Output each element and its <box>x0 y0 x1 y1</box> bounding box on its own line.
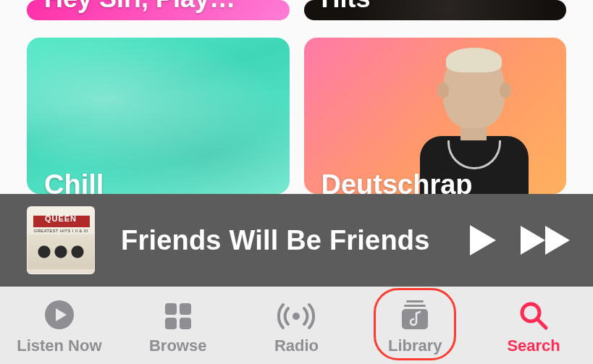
play-button[interactable] <box>468 224 497 257</box>
svg-line-10 <box>538 320 546 328</box>
card-label: Hey Siri, Play… <box>44 0 235 12</box>
card-chill[interactable]: Chill <box>27 38 290 194</box>
svg-point-5 <box>293 313 300 320</box>
card-row-partial-top: Hey Siri, Play… Hits <box>27 0 566 20</box>
player-controls <box>468 224 573 257</box>
svg-rect-6 <box>406 300 424 302</box>
tab-label: Library <box>388 337 442 355</box>
tab-radio[interactable]: Radio <box>237 287 356 364</box>
browse-content[interactable]: Hey Siri, Play… Hits Chill Deutschrap <box>0 0 593 194</box>
play-circle-icon <box>43 299 75 331</box>
search-icon <box>518 300 549 331</box>
svg-rect-8 <box>402 309 428 329</box>
album-art[interactable]: GREATEST HITS I II & III <box>27 206 95 274</box>
tab-label: Browse <box>149 337 206 355</box>
tab-label: Search <box>507 337 560 355</box>
card-deutschrap[interactable]: Deutschrap <box>304 38 567 194</box>
now-playing-bar[interactable]: GREATEST HITS I II & III Friends Will Be… <box>0 194 593 287</box>
play-icon <box>468 224 497 257</box>
music-app-screen: Hey Siri, Play… Hits Chill Deutschrap GR… <box>0 0 593 364</box>
album-subtitle: GREATEST HITS I II & III <box>28 229 94 233</box>
card-label: Deutschrap <box>321 171 473 194</box>
radio-icon <box>277 302 315 331</box>
card-label: Chill <box>44 171 104 194</box>
fast-forward-icon <box>519 224 573 256</box>
grid-icon <box>164 302 193 331</box>
svg-rect-3 <box>165 318 177 329</box>
fast-forward-button[interactable] <box>519 224 573 256</box>
card-label: Hits <box>321 0 371 12</box>
tab-label: Listen Now <box>17 337 101 355</box>
tab-browse[interactable]: Browse <box>119 287 237 364</box>
tab-library[interactable]: Library <box>356 287 474 364</box>
track-title: Friends Will Be Friends <box>121 225 442 256</box>
svg-rect-4 <box>180 318 191 329</box>
svg-rect-1 <box>165 303 177 315</box>
svg-rect-7 <box>404 305 426 307</box>
card-hey-siri-play[interactable]: Hey Siri, Play… <box>27 0 290 20</box>
tab-bar: Listen Now Browse Radio Library Search <box>0 287 593 364</box>
svg-rect-2 <box>180 303 191 315</box>
library-icon <box>400 299 429 331</box>
card-row-lower: Chill Deutschrap <box>27 38 566 194</box>
card-hits[interactable]: Hits <box>304 0 567 20</box>
tab-listen-now[interactable]: Listen Now <box>0 287 119 364</box>
tab-label: Radio <box>274 337 319 355</box>
tab-search[interactable]: Search <box>474 287 593 364</box>
